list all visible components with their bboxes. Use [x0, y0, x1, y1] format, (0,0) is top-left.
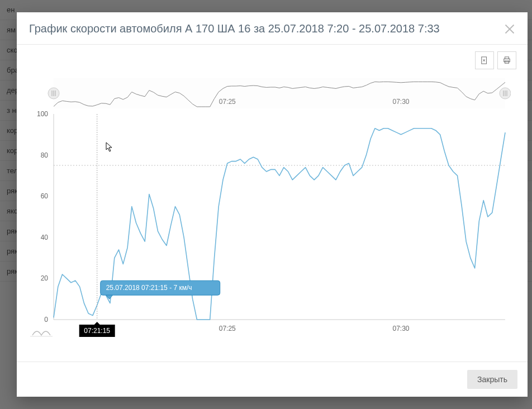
- speed-chart-modal: График скорости автомобиля А 170 ША 16 з…: [17, 12, 528, 397]
- svg-text:0: 0: [44, 316, 48, 324]
- modal-title: График скорости автомобиля А 170 ША 16 з…: [29, 22, 440, 35]
- svg-text:60: 60: [41, 192, 49, 200]
- svg-text:07:30: 07:30: [393, 325, 410, 332]
- svg-text:100: 100: [37, 110, 48, 118]
- modal-header: График скорости автомобиля А 170 ША 16 з…: [17, 12, 528, 45]
- svg-text:07:25: 07:25: [219, 98, 236, 106]
- svg-text:07:30: 07:30: [393, 98, 410, 106]
- svg-text:40: 40: [41, 234, 49, 241]
- close-icon[interactable]: [504, 23, 515, 35]
- svg-text:80: 80: [41, 151, 49, 159]
- svg-rect-8: [54, 78, 505, 108]
- svg-text:20: 20: [41, 274, 49, 282]
- modal-footer: Закрыть: [17, 362, 528, 397]
- export-excel-button[interactable]: [475, 51, 494, 69]
- chart-container: 07:2507:3002040608010007:2507:3007:21:15…: [25, 75, 520, 345]
- speed-line-chart[interactable]: 07:2507:3002040608010007:2507:3007:21:15…: [25, 75, 511, 343]
- svg-text:07:25: 07:25: [219, 325, 236, 332]
- svg-text:25.07.2018 07:21:15 - 7 км/ч: 25.07.2018 07:21:15 - 7 км/ч: [106, 284, 192, 292]
- modal-body: 07:2507:3002040608010007:2507:3007:21:15…: [17, 45, 528, 362]
- svg-text:07:21:15: 07:21:15: [84, 327, 110, 335]
- close-button[interactable]: Закрыть: [467, 370, 517, 389]
- svg-rect-5: [505, 57, 509, 59]
- print-button[interactable]: [497, 51, 516, 69]
- chart-toolbar: [25, 49, 520, 75]
